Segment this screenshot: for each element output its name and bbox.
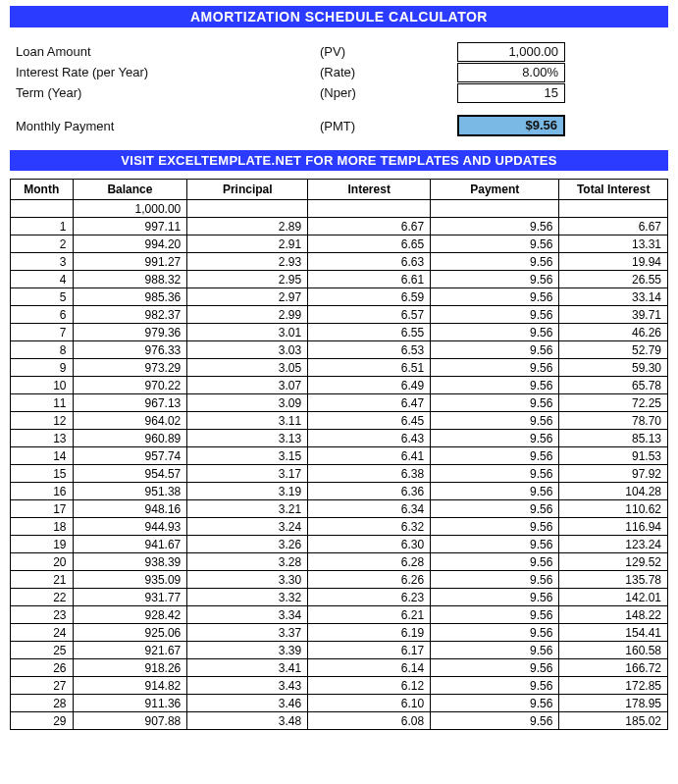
cell-payment: 9.56	[431, 571, 559, 589]
th-payment: Payment	[431, 180, 559, 200]
cell-total-interest: 65.78	[559, 377, 668, 394]
cell-payment: 9.56	[431, 447, 559, 465]
term-symbol: (Nper)	[320, 82, 457, 103]
cell-interest: 6.59	[308, 288, 431, 306]
cell-interest: 6.21	[308, 606, 431, 624]
cell-total-interest: 148.22	[559, 606, 668, 624]
cell-month: 1	[11, 218, 74, 235]
cell-total-interest: 166.72	[559, 659, 668, 677]
rate-row: Interest Rate (per Year) (Rate) 8.00%	[16, 62, 668, 82]
cell-principal: 3.01	[187, 324, 308, 341]
table-row: 27914.823.436.129.56172.85	[11, 677, 668, 695]
cell-payment: 9.56	[431, 465, 559, 483]
cell-payment: 9.56	[431, 394, 559, 412]
cell-month: 25	[11, 642, 74, 659]
cell-interest: 6.28	[308, 553, 431, 571]
cell-interest: 6.53	[308, 341, 431, 359]
cell-balance: 928.42	[73, 606, 187, 624]
table-header-row: Month Balance Principal Interest Payment…	[11, 180, 668, 200]
schedule-table: Month Balance Principal Interest Payment…	[10, 179, 668, 730]
cell-balance: 997.11	[73, 218, 187, 235]
cell-total-interest	[559, 200, 668, 218]
th-balance: Balance	[73, 180, 187, 200]
cell-month: 14	[11, 447, 74, 465]
cell-total-interest: 178.95	[559, 695, 668, 712]
cell-month: 20	[11, 553, 74, 571]
cell-principal: 2.89	[187, 218, 308, 235]
cell-principal: 3.05	[187, 359, 308, 377]
cell-month: 12	[11, 412, 74, 430]
cell-total-interest: 85.13	[559, 430, 668, 447]
cell-total-interest: 6.67	[559, 218, 668, 235]
cell-principal: 3.48	[187, 712, 308, 730]
table-row: 1997.112.896.679.566.67	[11, 218, 668, 235]
cell-payment: 9.56	[431, 324, 559, 341]
table-row: 16951.383.196.369.56104.28	[11, 483, 668, 500]
rate-input[interactable]: 8.00%	[457, 63, 565, 82]
rate-symbol: (Rate)	[320, 62, 457, 82]
cell-total-interest: 110.62	[559, 500, 668, 518]
table-row: 24925.063.376.199.56154.41	[11, 624, 668, 642]
cell-principal: 3.07	[187, 377, 308, 394]
cell-payment: 9.56	[431, 606, 559, 624]
cell-total-interest: 13.31	[559, 235, 668, 253]
cell-balance: 982.37	[73, 306, 187, 324]
term-input[interactable]: 15	[457, 83, 565, 103]
cell-interest: 6.38	[308, 465, 431, 483]
cell-payment: 9.56	[431, 412, 559, 430]
cell-principal: 3.30	[187, 571, 308, 589]
cell-principal: 3.17	[187, 465, 308, 483]
cell-month: 26	[11, 659, 74, 677]
table-row: 21935.093.306.269.56135.78	[11, 571, 668, 589]
cell-interest: 6.63	[308, 253, 431, 271]
cell-balance: 988.32	[73, 271, 187, 288]
table-row: 12964.023.116.459.5678.70	[11, 412, 668, 430]
table-row: 18944.933.246.329.56116.94	[11, 518, 668, 536]
cell-principal: 2.99	[187, 306, 308, 324]
cell-payment: 9.56	[431, 306, 559, 324]
cell-payment: 9.56	[431, 288, 559, 306]
cell-interest: 6.23	[308, 589, 431, 606]
cell-balance: 957.74	[73, 447, 187, 465]
cell-balance: 991.27	[73, 253, 187, 271]
cell-total-interest: 172.85	[559, 677, 668, 695]
table-row: 3991.272.936.639.5619.94	[11, 253, 668, 271]
cell-month: 21	[11, 571, 74, 589]
term-row: Term (Year) (Nper) 15	[16, 82, 668, 103]
cell-principal: 3.41	[187, 659, 308, 677]
cell-payment: 9.56	[431, 359, 559, 377]
cell-total-interest: 135.78	[559, 571, 668, 589]
loan-amount-input[interactable]: 1,000.00	[457, 42, 565, 62]
cell-balance: 985.36	[73, 288, 187, 306]
cell-interest: 6.19	[308, 624, 431, 642]
cell-payment: 9.56	[431, 518, 559, 536]
cell-balance: 948.16	[73, 500, 187, 518]
cell-interest: 6.67	[308, 218, 431, 235]
cell-payment: 9.56	[431, 271, 559, 288]
cell-interest: 6.30	[308, 536, 431, 553]
cell-month: 5	[11, 288, 74, 306]
cell-month: 22	[11, 589, 74, 606]
cell-month: 3	[11, 253, 74, 271]
cell-month: 15	[11, 465, 74, 483]
cell-total-interest: 33.14	[559, 288, 668, 306]
cell-principal: 3.21	[187, 500, 308, 518]
link-banner[interactable]: VISIT EXCELTEMPLATE.NET FOR MORE TEMPLAT…	[10, 150, 668, 171]
cell-balance: 970.22	[73, 377, 187, 394]
table-row: 6982.372.996.579.5639.71	[11, 306, 668, 324]
cell-balance: 925.06	[73, 624, 187, 642]
table-row: 7979.363.016.559.5646.26	[11, 324, 668, 341]
cell-payment: 9.56	[431, 377, 559, 394]
cell-balance: 938.39	[73, 553, 187, 571]
cell-balance: 979.36	[73, 324, 187, 341]
table-row: 13960.893.136.439.5685.13	[11, 430, 668, 447]
loan-amount-row: Loan Amount (PV) 1,000.00	[16, 41, 668, 62]
cell-interest: 6.49	[308, 377, 431, 394]
cell-month: 17	[11, 500, 74, 518]
cell-month	[11, 200, 74, 218]
cell-principal: 3.03	[187, 341, 308, 359]
cell-interest: 6.45	[308, 412, 431, 430]
cell-month: 6	[11, 306, 74, 324]
cell-total-interest: 142.01	[559, 589, 668, 606]
cell-principal: 3.43	[187, 677, 308, 695]
